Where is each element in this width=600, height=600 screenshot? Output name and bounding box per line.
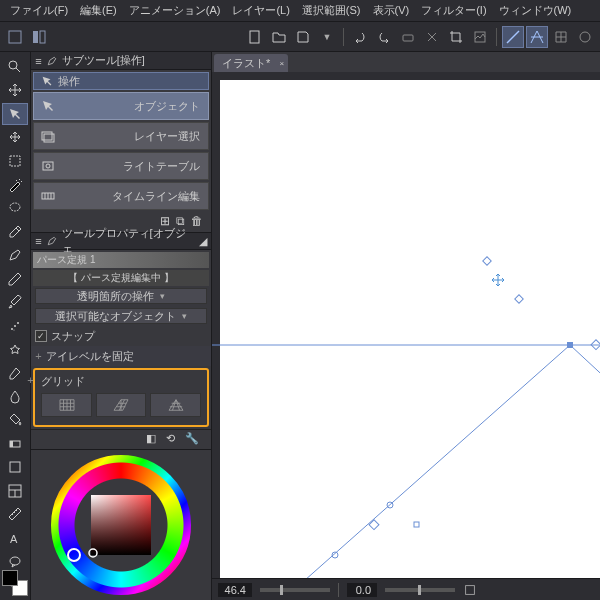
- menu-filter[interactable]: フィルター(I): [417, 1, 490, 20]
- canvas[interactable]: [220, 80, 600, 578]
- snap-special-icon[interactable]: [574, 26, 596, 48]
- zoom-icon[interactable]: [2, 56, 28, 78]
- color-wheel[interactable]: [51, 455, 191, 595]
- frame-icon[interactable]: [2, 480, 28, 502]
- crop-icon[interactable]: [445, 26, 467, 48]
- snap-checkbox[interactable]: ✓: [35, 330, 47, 342]
- text-icon[interactable]: A: [2, 527, 28, 549]
- svg-rect-44: [466, 585, 475, 594]
- svg-rect-15: [10, 441, 13, 447]
- grid-xz-button[interactable]: [150, 393, 201, 417]
- grid-section-highlighted: +グリッド: [33, 368, 209, 427]
- svg-line-35: [570, 345, 600, 410]
- erase-icon[interactable]: [397, 26, 419, 48]
- operation-icon[interactable]: [2, 103, 28, 125]
- reset-icon[interactable]: ⟲: [166, 432, 175, 447]
- svg-point-11: [14, 325, 16, 327]
- move-icon[interactable]: [2, 80, 28, 102]
- wrench-icon[interactable]: 🔧: [185, 432, 199, 447]
- menu-bar: ファイル(F) 編集(E) アニメーション(A) レイヤー(L) 選択範囲(S)…: [0, 0, 600, 22]
- save-icon[interactable]: [292, 26, 314, 48]
- ruler-icon[interactable]: [2, 504, 28, 526]
- pen-icon[interactable]: [2, 245, 28, 267]
- marquee-icon[interactable]: [2, 150, 28, 172]
- svg-rect-43: [515, 295, 523, 303]
- left-toolbar: A: [0, 52, 31, 600]
- expand-icon[interactable]: +: [35, 350, 41, 362]
- material-icon[interactable]: [469, 26, 491, 48]
- toolbar-icon[interactable]: [28, 26, 50, 48]
- svg-rect-30: [91, 495, 151, 555]
- color-swatch[interactable]: [2, 570, 28, 596]
- new-icon[interactable]: [244, 26, 266, 48]
- collapse-icon[interactable]: ◢: [199, 235, 207, 248]
- brush-icon[interactable]: [2, 292, 28, 314]
- fill-icon[interactable]: [2, 409, 28, 431]
- ruler-name[interactable]: パース定規 1: [33, 252, 209, 268]
- zoom-value[interactable]: 46.4: [218, 583, 252, 597]
- svg-line-34: [260, 345, 570, 578]
- subtool-header: ≡ サブツール[操作]: [31, 52, 211, 70]
- clear-icon[interactable]: [421, 26, 443, 48]
- menu-file[interactable]: ファイル(F): [6, 1, 72, 20]
- subtool-timeline[interactable]: タイムライン編集: [33, 182, 209, 210]
- menu-anim[interactable]: アニメーション(A): [125, 1, 225, 20]
- menu-view[interactable]: 表示(V): [369, 1, 414, 20]
- property-header: ≡ ツールプロパティ[オブジェ ◢: [31, 232, 211, 250]
- close-tab-icon[interactable]: ×: [280, 59, 285, 68]
- document-tab[interactable]: イラスト*×: [214, 54, 288, 72]
- eraser-icon[interactable]: [2, 362, 28, 384]
- layer-move-icon[interactable]: [2, 127, 28, 149]
- svg-text:A: A: [10, 533, 18, 545]
- menu-edit[interactable]: 編集(E): [76, 1, 121, 20]
- rotation-slider[interactable]: [385, 588, 455, 592]
- grid-xy-button[interactable]: [41, 393, 92, 417]
- undo-icon[interactable]: [349, 26, 371, 48]
- transparent-operation-dropdown[interactable]: 透明箇所の操作▾: [35, 288, 207, 304]
- svg-rect-42: [483, 257, 491, 265]
- top-toolbar: ▼: [0, 22, 600, 52]
- open-icon[interactable]: [268, 26, 290, 48]
- blend-icon[interactable]: [2, 386, 28, 408]
- shape-icon[interactable]: [2, 457, 28, 479]
- pencil-icon[interactable]: [2, 268, 28, 290]
- grid-yz-button[interactable]: [96, 393, 147, 417]
- zoom-slider[interactable]: [260, 588, 330, 592]
- wand-icon[interactable]: [2, 174, 28, 196]
- subtool-panel: ≡ サブツール[操作] 操作 オブジェクト レイヤー選択 ライトテーブル タイム…: [31, 52, 212, 600]
- menu-layer[interactable]: レイヤー(L): [228, 1, 293, 20]
- property-footer: ◧ ⟲ 🔧: [31, 429, 211, 449]
- svg-point-10: [11, 328, 13, 330]
- redo-icon[interactable]: [373, 26, 395, 48]
- menu-window[interactable]: ウィンドウ(W): [495, 1, 576, 20]
- subtool-light-table[interactable]: ライトテーブル: [33, 152, 209, 180]
- menu-icon[interactable]: ≡: [35, 235, 41, 247]
- eyedropper-icon[interactable]: [2, 221, 28, 243]
- grid-label: グリッド: [41, 375, 85, 387]
- expand-icon[interactable]: +: [27, 374, 33, 386]
- reset-view-icon[interactable]: [463, 583, 477, 597]
- snap-ruler-icon[interactable]: [502, 26, 524, 48]
- status-bar: 46.4 0.0: [212, 578, 600, 600]
- dropdown-icon[interactable]: ▼: [316, 26, 338, 48]
- airbrush-icon[interactable]: [2, 315, 28, 337]
- selectable-object-dropdown[interactable]: 選択可能なオブジェクト▾: [35, 308, 207, 324]
- lasso-icon[interactable]: [2, 197, 28, 219]
- snap-grid-icon[interactable]: [550, 26, 572, 48]
- svg-rect-36: [567, 342, 573, 348]
- svg-point-7: [9, 61, 17, 69]
- rotation-value[interactable]: 0.0: [347, 583, 377, 597]
- snap-perspective-icon[interactable]: [526, 26, 548, 48]
- subtool-object[interactable]: オブジェクト: [33, 92, 209, 120]
- subtool-group-label: 操作: [58, 74, 80, 89]
- gradient-icon[interactable]: [2, 433, 28, 455]
- canvas-viewport[interactable]: [212, 72, 600, 578]
- deco-icon[interactable]: [2, 339, 28, 361]
- menu-icon[interactable]: ≡: [35, 55, 41, 67]
- subtool-layer-select[interactable]: レイヤー選択: [33, 122, 209, 150]
- svg-point-19: [10, 557, 20, 565]
- subtool-group-header[interactable]: 操作: [33, 72, 209, 90]
- save-preset-icon[interactable]: ◧: [146, 432, 156, 447]
- toolbar-icon[interactable]: [4, 26, 26, 48]
- menu-selection[interactable]: 選択範囲(S): [298, 1, 365, 20]
